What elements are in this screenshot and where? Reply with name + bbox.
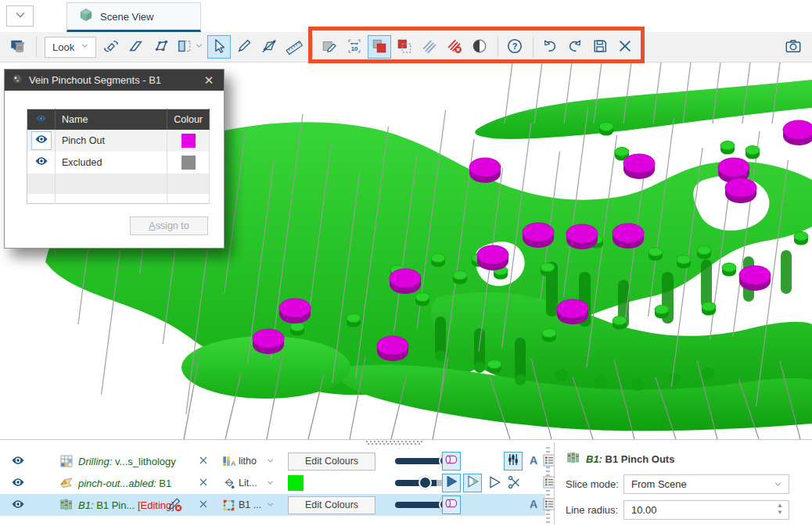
select-cursor-tool-button[interactable] xyxy=(207,35,231,59)
camera-icon xyxy=(785,38,802,57)
remove-layer-button[interactable] xyxy=(195,453,212,470)
clear-strokes-tool-button[interactable] xyxy=(443,35,466,59)
slice-mesh-button[interactable] xyxy=(505,474,524,492)
cylinder-display-button[interactable] xyxy=(442,452,461,471)
segment-name: Excluded xyxy=(56,152,167,174)
assign-to-button[interactable]: Assign to xyxy=(130,216,208,235)
add-to-selection-tool-button[interactable] xyxy=(368,35,391,59)
contrast-tool-button[interactable] xyxy=(468,35,491,59)
interval-width-10-tool-button[interactable]: 10 xyxy=(343,35,366,59)
rotate-plane-tool-button[interactable] xyxy=(99,35,123,59)
letter-a-icon: A xyxy=(526,453,541,471)
scene-toolbar: Look 10? xyxy=(0,32,812,63)
splitter-grip[interactable] xyxy=(366,441,422,445)
interval-filter-button[interactable] xyxy=(504,452,523,471)
litho-colormap-icon: A xyxy=(221,454,235,468)
polyline-off-icon xyxy=(260,38,278,57)
slider-knob[interactable] xyxy=(419,476,432,489)
screenshot-camera-button[interactable] xyxy=(781,35,806,59)
help-tool-button[interactable]: ? xyxy=(503,35,526,59)
clear-scene-button[interactable] xyxy=(6,35,30,59)
moving-plane-tool-button[interactable] xyxy=(149,35,173,59)
moving-plane-icon xyxy=(153,38,170,57)
tab-scene-view[interactable]: Scene View xyxy=(66,2,201,32)
remove-layer-button[interactable] xyxy=(195,496,212,513)
slice-mode-label: Slice mode: xyxy=(566,478,619,490)
colour-swatch[interactable] xyxy=(181,156,196,170)
layer-colour-swatch[interactable] xyxy=(288,475,304,491)
close-tool-button[interactable] xyxy=(613,35,637,59)
redo-tool-button[interactable] xyxy=(563,35,587,59)
draw-slice-tool-button[interactable] xyxy=(232,35,256,59)
name-column-header: Name xyxy=(56,109,167,130)
clear-strokes-icon xyxy=(446,38,463,57)
svg-text:A: A xyxy=(530,498,537,510)
dialog-icon xyxy=(11,73,23,88)
layer-row-pinchout-mesh[interactable]: pinch-out...abled: B1 Lit... xyxy=(0,472,545,494)
layer-row-drilling[interactable]: Drilling: v...s_lithology A litho Edit C… xyxy=(0,450,545,472)
show-strokes-tool-button[interactable] xyxy=(418,35,441,59)
slice-mode-select[interactable]: From Scene xyxy=(623,474,789,494)
remove-from-selection-tool-button[interactable] xyxy=(393,35,416,59)
dialog-title-bar[interactable]: Vein Pinchout Segments - B1 ✕ xyxy=(5,70,224,91)
visibility-column-header xyxy=(27,109,56,130)
save-tool-button[interactable] xyxy=(588,35,612,59)
paint-selection-icon xyxy=(321,38,338,57)
edit-colours-button[interactable]: Edit Colours xyxy=(288,453,375,471)
render-both-sides-button[interactable] xyxy=(463,474,482,492)
spinner-arrows-icon[interactable]: ▲▼ xyxy=(777,503,783,516)
stop-editing-button[interactable] xyxy=(165,496,184,514)
eye-icon xyxy=(35,116,47,127)
look-dropdown[interactable]: Look xyxy=(45,37,96,58)
colormap-select[interactable]: litho xyxy=(239,456,267,467)
visibility-toggle[interactable] xyxy=(11,453,30,469)
visibility-toggle[interactable] xyxy=(31,131,52,150)
contrast-icon xyxy=(471,38,488,57)
close-icon xyxy=(616,38,634,57)
colormap-select[interactable]: B1 ... xyxy=(239,499,267,510)
dialog-close-button[interactable]: ✕ xyxy=(200,72,217,89)
remove-layer-button[interactable] xyxy=(195,474,212,492)
shaded-triangle-icon xyxy=(465,474,480,492)
visibility-toggle[interactable] xyxy=(11,497,30,513)
clip-box-tool-button[interactable] xyxy=(174,35,206,59)
eye-icon xyxy=(11,497,25,513)
render-solid-button[interactable] xyxy=(442,474,461,492)
eye-icon xyxy=(11,453,25,470)
line-radius-spinner[interactable]: 10.00 ▲▼ xyxy=(623,500,789,520)
shape-list-panel: Drilling: v...s_lithology A litho Edit C… xyxy=(0,439,812,526)
draw-slice-icon xyxy=(235,38,253,57)
render-wireframe-button[interactable] xyxy=(485,474,504,492)
paint-bucket-icon xyxy=(221,476,235,490)
close-icon xyxy=(197,501,210,513)
toolbar-separator xyxy=(533,37,534,57)
polyline-off-tool-button[interactable] xyxy=(257,35,281,59)
drillhole-table-icon xyxy=(59,453,74,469)
undo-tool-button[interactable] xyxy=(538,35,562,59)
table-row-excluded[interactable]: Excluded xyxy=(27,152,210,174)
edit-colours-button[interactable]: Edit Colours xyxy=(288,496,375,514)
paint-selection-tool-button[interactable] xyxy=(318,35,341,59)
dialog-title-text: Vein Pinchout Segments - B1 xyxy=(29,74,195,86)
clear-scene-icon xyxy=(9,38,27,57)
colormap-select[interactable]: Lit... xyxy=(239,478,267,488)
filter-sliders-icon xyxy=(505,452,521,471)
visibility-toggle[interactable] xyxy=(11,475,30,491)
layer-row-b1-pinch-outs[interactable]: B1: B1 Pin... [Editing] B1 ... Edit Colo… xyxy=(0,494,545,516)
ruler-tool-button[interactable] xyxy=(282,35,306,59)
toolbar-tools: 10? xyxy=(99,35,638,59)
colour-swatch[interactable] xyxy=(181,134,196,148)
remove-from-selection-icon xyxy=(396,38,413,57)
table-row-pinch-out[interactable]: Pinch Out xyxy=(27,130,210,152)
chevron-down-icon[interactable] xyxy=(264,499,277,511)
close-icon xyxy=(197,479,210,491)
slicer-tool-button[interactable] xyxy=(124,35,148,59)
chevron-down-icon[interactable] xyxy=(264,455,277,467)
layer-label: pinch-out...abled: B1 xyxy=(78,478,196,489)
eye-icon visibility-toggle[interactable] xyxy=(34,159,49,170)
chevron-down-icon[interactable] xyxy=(264,477,277,489)
empty-table-row xyxy=(27,174,210,194)
collapse-panel-button[interactable] xyxy=(6,5,34,27)
cylinder-display-button[interactable] xyxy=(442,496,461,514)
cylinder-icon xyxy=(444,452,459,471)
